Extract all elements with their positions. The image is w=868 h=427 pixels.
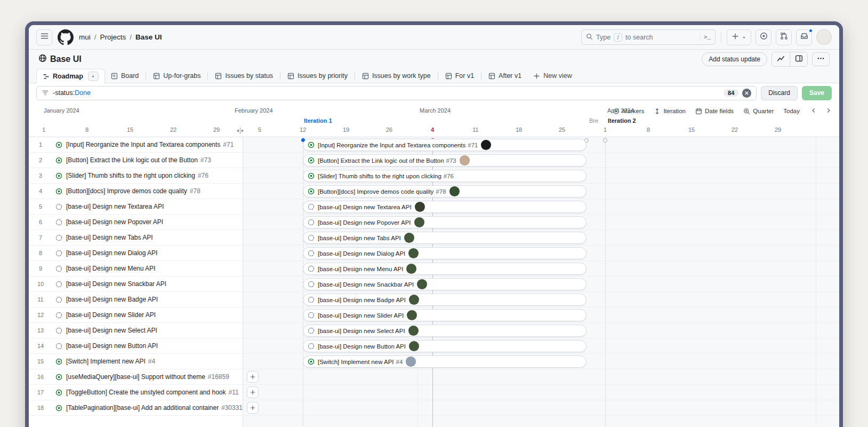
timeline-bar[interactable]: [base-ui] Design new Dialog API xyxy=(303,247,586,259)
timeline-bar[interactable]: [base-ui] Design new Slider API xyxy=(303,309,586,321)
chevron-right-button[interactable] xyxy=(825,107,832,115)
command-palette-icon[interactable]: >_ xyxy=(704,34,711,41)
item-title[interactable]: [Button] Extract the Link logic out of t… xyxy=(66,156,198,164)
timeline-bar[interactable]: [Slider] Thumb shifts to the right upon … xyxy=(303,170,586,182)
timeline-bar[interactable]: [base-ui] Design new Tabs API xyxy=(303,232,586,244)
item-title[interactable]: [base-ui] Design new Textarea API xyxy=(66,203,164,210)
timeline-bar[interactable]: [base-ui] Design new Textarea API xyxy=(303,201,586,213)
table-row[interactable]: 2[Button] Extract the Link logic out of … xyxy=(29,153,243,168)
assignee-avatar[interactable] xyxy=(414,217,424,227)
timeline-bar[interactable]: [base-ui] Design new Menu API xyxy=(303,263,586,275)
github-logo-icon[interactable] xyxy=(58,29,74,45)
assignee-avatar[interactable] xyxy=(406,357,416,367)
table-row[interactable]: 8[base-ui] Design new Dialog API xyxy=(29,246,243,261)
timeline-bar[interactable]: [Button][docs] Improve demos code qualit… xyxy=(303,185,586,197)
item-title[interactable]: [TablePagination][base-ui] Add an additi… xyxy=(66,404,219,412)
assignee-avatar[interactable] xyxy=(408,248,419,258)
tab-new-view[interactable]: New view xyxy=(527,69,578,83)
breadcrumb-item[interactable]: mui xyxy=(79,33,91,41)
item-title[interactable]: [ToggleButton] Create the unstyled compo… xyxy=(66,389,226,396)
tab-issues-by-status[interactable]: Issues by status xyxy=(209,69,279,83)
item-title[interactable]: [base-ui] Design new Dialog API xyxy=(66,249,157,257)
item-title[interactable]: [base-ui] Design new Slider API xyxy=(66,311,156,319)
tab-options-button[interactable] xyxy=(88,72,99,81)
add-status-update-button[interactable]: Add status update xyxy=(702,52,767,66)
tab-up-for-grabs[interactable]: Up-for-grabs xyxy=(147,69,206,83)
table-row[interactable]: 3[Slider] Thumb shifts to the right upon… xyxy=(29,168,243,184)
clear-filter-button[interactable] xyxy=(742,89,751,98)
table-row[interactable]: 13[base-ui] Design new Select API xyxy=(29,323,243,338)
project-menu-button[interactable] xyxy=(812,52,830,66)
assignee-avatar[interactable] xyxy=(460,155,470,165)
table-row[interactable]: 16[useMediaQuery][base-ui] Support witho… xyxy=(29,369,243,385)
table-row[interactable]: 9[base-ui] Design new Menu API xyxy=(29,261,243,276)
inbox-button[interactable] xyxy=(796,29,812,45)
table-row[interactable]: 10[base-ui] Design new Snackbar API xyxy=(29,276,243,292)
add-dates-button[interactable] xyxy=(247,386,259,398)
timeline-bar[interactable]: [base-ui] Design new Select API xyxy=(303,325,586,337)
tab-board[interactable]: Board xyxy=(105,69,144,83)
item-title[interactable]: [base-ui] Design new Select API xyxy=(66,327,157,334)
table-row[interactable]: 12[base-ui] Design new Slider API xyxy=(29,307,243,323)
discard-button[interactable]: Discard xyxy=(761,86,798,100)
breadcrumb-item[interactable]: Projects xyxy=(100,33,126,41)
add-dates-button[interactable] xyxy=(247,402,259,414)
chevron-left-button[interactable] xyxy=(810,107,817,115)
timeline-bar[interactable]: [Input] Reorganize the Input and Textare… xyxy=(303,139,586,151)
control-date-fields[interactable]: Date fields xyxy=(695,108,734,115)
assignee-avatar[interactable] xyxy=(415,202,425,212)
tab-issues-by-work-type[interactable]: Issues by work type xyxy=(356,69,437,83)
timeline-bar[interactable]: [Switch] Implement new API#4 xyxy=(303,355,586,368)
item-title[interactable]: [base-ui] Design new Menu API xyxy=(66,265,155,272)
item-title[interactable]: [base-ui] Design new Badge API xyxy=(66,296,158,303)
item-title[interactable]: [base-ui] Design new Tabs API xyxy=(66,234,153,241)
timeline-bar[interactable]: [base-ui] Design new Badge API xyxy=(303,294,586,306)
insights-button[interactable] xyxy=(772,52,790,66)
issues-button[interactable] xyxy=(756,29,771,45)
control-iteration[interactable]: Iteration xyxy=(654,108,686,115)
assignee-avatar[interactable] xyxy=(409,295,419,305)
timeline-bar[interactable]: [base-ui] Design new Button API xyxy=(303,340,586,352)
assignee-avatar[interactable] xyxy=(407,310,417,320)
table-row[interactable]: 1[Input] Reorganize the Input and Textar… xyxy=(29,137,243,153)
search-input[interactable]: Type / to search >_ xyxy=(581,29,716,45)
hamburger-menu-button[interactable] xyxy=(36,29,52,45)
item-title[interactable]: [Input] Reorganize the Input and Textare… xyxy=(66,141,220,148)
table-row[interactable]: 14[base-ui] Design new Button API xyxy=(29,338,243,354)
table-row[interactable]: 6[base-ui] Design new Popover API xyxy=(29,215,243,230)
user-avatar[interactable] xyxy=(816,29,832,45)
tab-for-v1[interactable]: For v1 xyxy=(439,69,480,83)
timeline-bar[interactable]: [base-ui] Design new Popover API xyxy=(303,216,586,228)
table-row[interactable]: 5[base-ui] Design new Textarea API xyxy=(29,199,243,215)
timeline-bar[interactable]: [Button] Extract the Link logic out of t… xyxy=(303,154,586,167)
table-row[interactable]: 4[Button][docs] Improve demos code quali… xyxy=(29,184,243,199)
item-title[interactable]: [base-ui] Design new Snackbar API xyxy=(66,280,166,288)
assignee-avatar[interactable] xyxy=(404,233,414,243)
item-title[interactable]: [Switch] Implement new API xyxy=(66,358,146,365)
control-today[interactable]: Today xyxy=(783,108,800,114)
item-title[interactable]: [useMediaQuery][base-ui] Support without… xyxy=(66,373,205,381)
table-row[interactable]: 18[TablePagination][base-ui] Add an addi… xyxy=(29,400,243,416)
item-title[interactable]: [base-ui] Design new Popover API xyxy=(66,218,163,226)
table-row[interactable]: 15[Switch] Implement new API#4 xyxy=(29,354,243,369)
assignee-avatar[interactable] xyxy=(481,140,491,150)
tab-roadmap[interactable]: Roadmap xyxy=(36,69,105,83)
item-title[interactable]: [Slider] Thumb shifts to the right upon … xyxy=(66,172,195,179)
assignee-avatar[interactable] xyxy=(406,264,416,274)
assignee-avatar[interactable] xyxy=(409,341,419,351)
assignee-avatar[interactable] xyxy=(417,279,427,289)
timeline-bar[interactable]: [base-ui] Design new Snackbar API xyxy=(303,278,586,290)
tab-issues-by-priority[interactable]: Issues by priority xyxy=(282,69,353,83)
filter-input[interactable]: -status:Done 84 xyxy=(36,86,757,100)
item-title[interactable]: [base-ui] Design new Button API xyxy=(66,342,158,350)
tab-after-v1[interactable]: After v1 xyxy=(483,69,527,83)
create-new-button[interactable] xyxy=(727,29,751,45)
item-title[interactable]: [Button][docs] Improve demos code qualit… xyxy=(66,187,187,195)
control-quarter[interactable]: Quarter xyxy=(743,108,774,115)
side-panel-button[interactable] xyxy=(790,52,807,66)
table-row[interactable]: 7[base-ui] Design new Tabs API xyxy=(29,230,243,246)
assignee-avatar[interactable] xyxy=(449,186,460,196)
column-resize-handle[interactable] xyxy=(237,128,244,133)
iteration-2-start-marker[interactable] xyxy=(603,138,607,143)
table-row[interactable]: 11[base-ui] Design new Badge API xyxy=(29,292,243,307)
